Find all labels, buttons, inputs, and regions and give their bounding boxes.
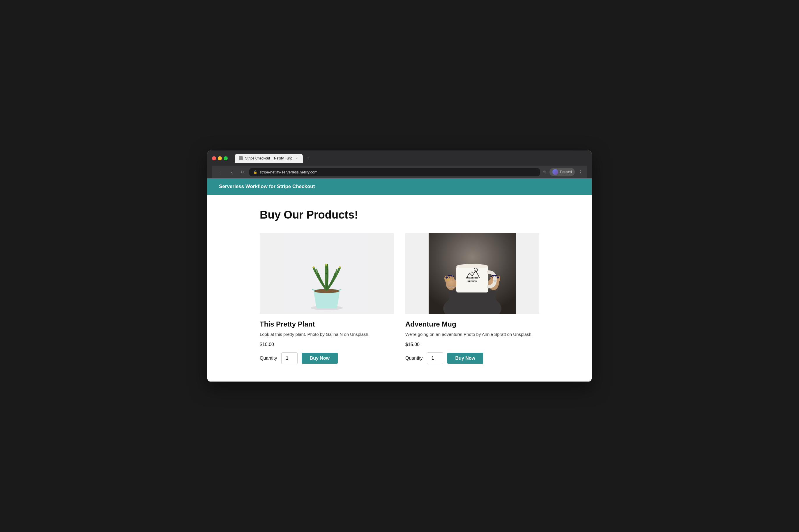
products-grid: This Pretty Plant Look at this pretty pl…: [260, 233, 539, 364]
svg-point-6: [317, 275, 319, 277]
svg-point-8: [335, 275, 336, 277]
svg-point-23: [446, 277, 448, 278]
site-header: Serverless Workflow for Stripe Checkout: [207, 178, 592, 195]
main-content: Buy Our Products!: [207, 195, 592, 382]
svg-text:BEGINS: BEGINS: [467, 280, 477, 283]
product-image-plant: [260, 233, 394, 314]
buy-row-mug: Quantity Buy Now: [405, 353, 539, 364]
tab-close-button[interactable]: ×: [295, 156, 299, 160]
svg-text:the: the: [471, 271, 474, 273]
svg-point-26: [452, 276, 454, 277]
quantity-input-mug[interactable]: [427, 353, 443, 364]
svg-point-11: [313, 266, 315, 268]
tab-favicon: [239, 156, 243, 160]
svg-point-9: [337, 271, 338, 272]
profile-avatar: [552, 169, 558, 175]
active-tab[interactable]: Stripe Checkout + Netlify Func ×: [235, 154, 303, 163]
product-name-plant: This Pretty Plant: [260, 320, 394, 328]
lock-icon: 🔒: [253, 170, 257, 174]
tabs-bar: Stripe Checkout + Netlify Func × +: [235, 154, 587, 163]
svg-point-7: [315, 271, 316, 272]
product-description-plant: Look at this pretty plant. Photo by Gali…: [260, 331, 394, 338]
new-tab-button[interactable]: +: [304, 154, 312, 162]
buy-button-plant[interactable]: Buy Now: [302, 353, 338, 364]
site-title: Serverless Workflow for Stripe Checkout: [219, 184, 315, 189]
product-description-mug: We're going on an adventure! Photo by An…: [405, 331, 539, 338]
svg-text:Adventure: Adventure: [466, 276, 478, 279]
svg-point-30: [490, 276, 492, 277]
page-heading: Buy Our Products!: [260, 209, 539, 221]
tab-title: Stripe Checkout + Netlify Func: [245, 156, 292, 160]
traffic-lights: [212, 156, 228, 160]
svg-point-27: [497, 277, 499, 278]
svg-point-24: [448, 275, 450, 277]
product-image-mug: the Adventure BEGINS: [405, 233, 539, 314]
quantity-label-plant: Quantity: [260, 356, 277, 361]
close-traffic-light[interactable]: [212, 156, 216, 160]
page-content: Serverless Workflow for Stripe Checkout …: [207, 178, 592, 382]
buy-button-mug[interactable]: Buy Now: [447, 353, 483, 364]
svg-point-12: [339, 266, 341, 268]
profile-label: Paused: [560, 170, 572, 174]
svg-point-25: [450, 275, 452, 277]
address-bar[interactable]: 🔒 stripe-netlify-serverless.netlify.com: [249, 168, 540, 176]
svg-point-4: [326, 273, 327, 274]
product-price-mug: $15.00: [405, 342, 539, 347]
browser-window: Stripe Checkout + Netlify Func × + ‹ › ↻…: [207, 150, 592, 382]
product-card-plant: This Pretty Plant Look at this pretty pl…: [260, 233, 394, 364]
back-button[interactable]: ‹: [216, 168, 224, 176]
profile-button[interactable]: Paused: [550, 168, 575, 176]
svg-point-10: [325, 264, 327, 266]
browser-menu-button[interactable]: ⋮: [578, 169, 583, 175]
browser-toolbar: ‹ › ↻ 🔒 stripe-netlify-serverless.netlif…: [212, 166, 587, 178]
svg-rect-15: [449, 291, 496, 314]
maximize-traffic-light[interactable]: [224, 156, 228, 160]
svg-point-5: [327, 269, 328, 270]
product-price-plant: $10.00: [260, 342, 394, 347]
quantity-label-mug: Quantity: [405, 356, 423, 361]
quantity-input-plant[interactable]: [281, 353, 298, 364]
url-text: stripe-netlify-serverless.netlify.com: [260, 170, 536, 174]
minimize-traffic-light[interactable]: [218, 156, 222, 160]
product-card-mug: the Adventure BEGINS: [405, 233, 539, 364]
svg-point-28: [495, 275, 497, 277]
browser-chrome: Stripe Checkout + Netlify Func × + ‹ › ↻…: [207, 150, 592, 178]
svg-point-29: [492, 275, 495, 277]
forward-button[interactable]: ›: [227, 168, 235, 176]
product-name-mug: Adventure Mug: [405, 320, 539, 328]
refresh-button[interactable]: ↻: [238, 168, 246, 176]
bookmark-button[interactable]: ☆: [543, 170, 546, 174]
titlebar: Stripe Checkout + Netlify Func × +: [212, 154, 587, 163]
buy-row-plant: Quantity Buy Now: [260, 353, 394, 364]
